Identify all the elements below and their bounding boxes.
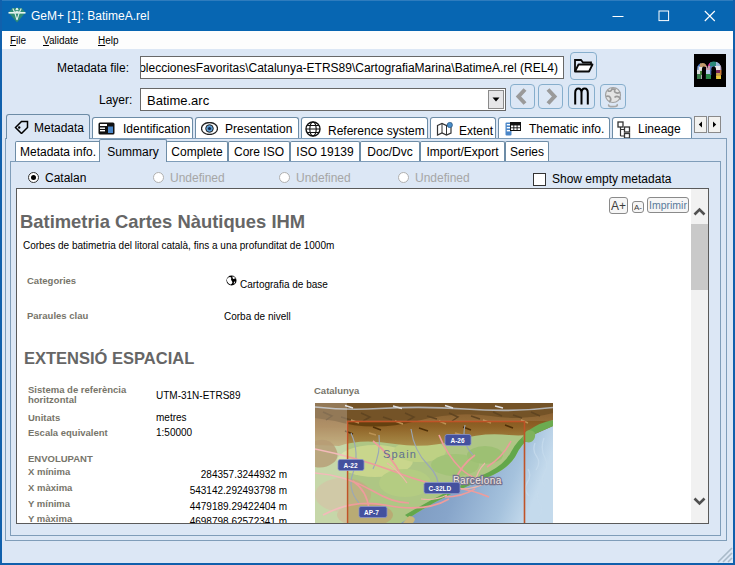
svg-text:C-32LD: C-32LD [429,485,452,492]
svg-text:A-26: A-26 [451,437,465,444]
svg-text:A-22: A-22 [344,462,358,469]
svg-text:AP-7: AP-7 [364,509,379,516]
svg-text:Spain: Spain [383,448,417,460]
